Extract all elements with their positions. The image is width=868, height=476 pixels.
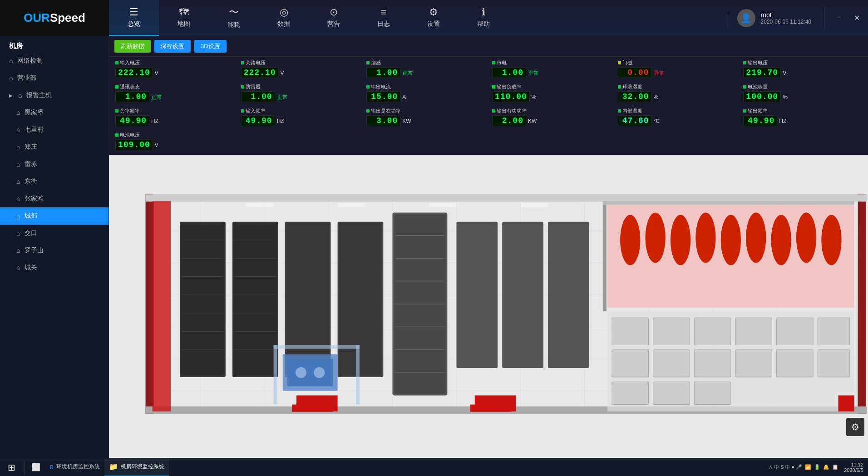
monitor-row-4: 电池电压 109.00 V xyxy=(109,129,868,153)
sidebar-item-alarm-host[interactable]: ▶ ⌂ 报警主机 xyxy=(0,87,108,104)
tab-overview[interactable]: ☰ 总览 xyxy=(109,0,159,36)
setting3d-button[interactable]: 3D设置 xyxy=(194,40,227,53)
svg-rect-83 xyxy=(548,222,589,368)
svg-point-33 xyxy=(821,215,841,265)
username: root xyxy=(761,11,811,19)
user-info: root 2020-06-05 11:12:40 xyxy=(761,11,811,25)
start-icon: ⊞ xyxy=(8,462,15,473)
monitor-battery-voltage: 电池电压 109.00 V xyxy=(113,130,203,152)
svg-rect-71 xyxy=(339,223,382,376)
tab-energy[interactable]: 〜 能耗 xyxy=(209,0,259,36)
tab-settings-label: 设置 xyxy=(427,20,440,28)
monitor-input-voltage: 输入电压 222.10 V xyxy=(113,58,237,80)
sidebar-item-luozishan[interactable]: ⌂ 罗子山 xyxy=(0,242,108,259)
svg-rect-19 xyxy=(858,194,866,413)
sidebar-item-dongjie[interactable]: ⌂ 东街 xyxy=(0,173,108,190)
monitor-humidity: 环境湿度 32.00 % xyxy=(615,82,739,104)
taskbar: ⊞ ⬜ e 环境机房监控系统 📁 机房环境监控系统 ∧ 中 S 中 ● 🎤 📶 … xyxy=(0,458,868,476)
sidebar-item-zhengzhuang[interactable]: ⌂ 郑庄 xyxy=(0,138,108,156)
sidebar-item-jiaokou[interactable]: ⌂ 交口 xyxy=(0,225,108,242)
svg-rect-20 xyxy=(146,194,867,201)
room-3d-view: ⚙ xyxy=(109,155,868,458)
taskbar-app-monitor[interactable]: 📁 机房环境监控系统 xyxy=(104,458,169,476)
svg-rect-35 xyxy=(612,318,649,345)
sidebar-item-network[interactable]: ⌂ 网络检测 xyxy=(0,52,108,69)
start-button[interactable]: ⊞ xyxy=(0,458,23,476)
sidebar-top-label: 机房 xyxy=(0,36,108,52)
taskbar-notification-icon: 🔔 xyxy=(823,464,829,470)
help-icon: ℹ xyxy=(482,6,485,18)
monitor-row-2: 通讯状态 1.00 正常 防雷器 1.00 正常 xyxy=(109,81,868,105)
monitor-output-freq: 输出频率 49.90 HZ xyxy=(740,106,864,128)
svg-point-26 xyxy=(645,213,665,263)
sidebar-item-business[interactable]: ⌂ 营业部 xyxy=(0,69,108,87)
business-icon: ⌂ xyxy=(9,74,13,82)
action-bar: 刷新数据 保存设置 3D设置 xyxy=(109,36,868,57)
monitor-row-3: 旁率频率 49.90 HZ 输入频率 49.90 HZ xyxy=(109,105,868,129)
logo-our: OUR xyxy=(24,11,50,25)
sidebar-item-chengxiao[interactable]: ⌂ 城郊 xyxy=(0,207,108,225)
monitor-internal-temp: 内部温度 47.60 °C xyxy=(615,106,739,128)
svg-rect-96 xyxy=(470,405,512,412)
sidebar-item-chengguan[interactable]: ⌂ 城关 xyxy=(0,259,108,276)
tab-map[interactable]: 🗺 地图 xyxy=(159,0,209,36)
tab-settings[interactable]: ⚙ 设置 xyxy=(409,0,459,36)
data-icon: ◎ xyxy=(280,6,288,18)
taskbar-app-monitor-label: 机房环境监控系统 xyxy=(121,463,164,471)
svg-rect-93 xyxy=(356,345,360,405)
tab-alert-label: 营告 xyxy=(327,20,340,28)
tab-help[interactable]: ℹ 帮助 xyxy=(459,0,508,36)
svg-rect-95 xyxy=(292,405,333,412)
gear-settings-button[interactable]: ⚙ xyxy=(846,418,864,436)
svg-point-30 xyxy=(746,213,766,263)
user-area: 👤 root 2020-06-05 11:12:40 xyxy=(728,9,820,27)
tab-log-label: 日志 xyxy=(377,20,390,28)
sidebar-item-zhangjiatan[interactable]: ⌂ 张家滩 xyxy=(0,190,108,207)
settings-icon: ⚙ xyxy=(429,6,438,18)
taskbar-app-browser[interactable]: e 环境机房监控系统 xyxy=(45,458,104,476)
svg-rect-82 xyxy=(502,222,543,368)
svg-rect-99 xyxy=(429,203,456,207)
dongjie-icon: ⌂ xyxy=(16,178,20,185)
sidebar: 机房 ⌂ 网络检测 ⌂ 营业部 ▶ ⌂ 报警主机 ⌂ 黑家堡 ⌂ 七里村 xyxy=(0,36,109,458)
svg-rect-40 xyxy=(818,318,850,345)
svg-rect-81 xyxy=(456,222,498,368)
svg-rect-97 xyxy=(246,203,273,207)
sidebar-item-leichi[interactable]: ⌂ 雷赤 xyxy=(0,156,108,173)
monitor-lightning: 防雷器 1.00 正常 xyxy=(238,82,362,104)
monitor-mains: 市电 1.00 正常 xyxy=(489,58,613,80)
avatar: 👤 xyxy=(737,9,755,27)
svg-rect-36 xyxy=(653,318,690,345)
monitor-row-1: 输入电压 222.10 V 旁路电压 222.10 V xyxy=(109,57,868,81)
chengxiao-icon: ⌂ xyxy=(16,212,20,220)
svg-rect-51 xyxy=(181,223,224,376)
save-button[interactable]: 保存设置 xyxy=(154,40,191,53)
monitor-input-freq: 输入频率 49.90 HZ xyxy=(238,106,362,128)
tab-log[interactable]: ≡ 日志 xyxy=(359,0,409,36)
zhangjiatan-icon: ⌂ xyxy=(16,195,20,202)
tab-data[interactable]: ◎ 数据 xyxy=(259,0,309,36)
svg-rect-84 xyxy=(153,201,171,411)
svg-rect-45 xyxy=(777,350,814,377)
tab-overview-label: 总览 xyxy=(128,20,140,28)
minimize-button[interactable]: － xyxy=(833,11,846,25)
refresh-button[interactable]: 刷新数据 xyxy=(114,40,151,53)
sidebar-item-qilichun[interactable]: ⌂ 七里村 xyxy=(0,121,108,138)
svg-rect-100 xyxy=(521,203,548,207)
sidebar-item-heijiapu[interactable]: ⌂ 黑家堡 xyxy=(0,104,108,121)
svg-point-32 xyxy=(796,213,816,263)
user-datetime: 2020-06-05 11:12:40 xyxy=(761,19,811,25)
chengguan-icon: ⌂ xyxy=(16,264,20,271)
taskbar-multitask-button[interactable]: ⬜ xyxy=(27,458,45,476)
energy-icon: 〜 xyxy=(229,5,239,19)
tab-alert[interactable]: ⊙ 营告 xyxy=(309,0,359,36)
svg-rect-69 xyxy=(286,223,330,376)
monitor-panel: 输入电压 222.10 V 旁路电压 222.10 V xyxy=(109,57,868,155)
taskbar-system-tray: ∧ 中 S 中 ● 🎤 xyxy=(769,464,802,471)
close-button[interactable]: ✕ xyxy=(850,11,863,25)
monitor-bypass-freq: 旁率频率 49.90 HZ xyxy=(113,106,237,128)
leichi-icon: ⌂ xyxy=(16,161,20,168)
svg-rect-94 xyxy=(274,345,360,349)
zhengzhuang-icon: ⌂ xyxy=(16,143,20,151)
heijiapu-icon: ⌂ xyxy=(16,109,20,116)
